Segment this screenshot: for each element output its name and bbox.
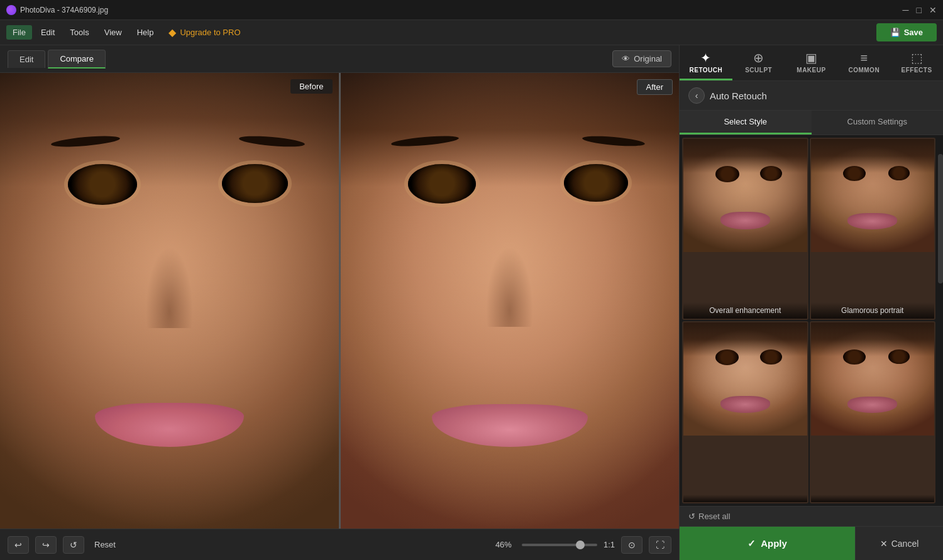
style-item-4[interactable] (810, 321, 936, 503)
style-item-3[interactable] (682, 321, 808, 503)
canvas-area: Edit Compare 👁 Original (0, 45, 679, 560)
reset-label: Reset all (698, 512, 731, 521)
reset-button[interactable]: ↺ (63, 536, 84, 554)
app-title-text: PhotoDiva - 374A6909.jpg (20, 6, 108, 14)
subtabs: Select Style Custom Settings (680, 111, 943, 135)
cancel-icon: ✕ (880, 539, 888, 549)
panel-tabs: ✦ RETOUCH ⊕ SCULPT ▣ MAKEUP ≡ COMMON ⬚ E… (680, 45, 943, 81)
common-icon: ≡ (860, 52, 868, 64)
back-icon: ‹ (695, 91, 698, 101)
upgrade-label: Upgrade to PRO (180, 28, 240, 37)
window-controls[interactable]: ─ □ ✕ (903, 5, 937, 15)
diamond-icon: ◆ (168, 26, 176, 38)
reset-all-button[interactable]: ↺ Reset all (688, 512, 731, 521)
scrollbar-thumb (938, 154, 943, 284)
redo-button[interactable]: ↪ (35, 536, 57, 554)
panel-header: ‹ Auto Retouch (680, 81, 943, 111)
tab-effects[interactable]: ⬚ EFFECTS (890, 45, 943, 80)
app-title: PhotoDiva - 374A6909.jpg (6, 5, 108, 15)
menubar: File Edit Tools View Help ◆ Upgrade to P… (0, 20, 943, 45)
makeup-label: MAKEUP (797, 67, 825, 74)
tab-sculpt[interactable]: ⊕ SCULPT (732, 45, 785, 80)
original-label: Original (634, 54, 662, 63)
panel-title: Auto Retouch (710, 91, 767, 101)
tab-retouch[interactable]: ✦ RETOUCH (680, 45, 732, 80)
bottom-actions: ✓ Apply ✕ Cancel (680, 526, 943, 560)
maximize-button[interactable]: □ (917, 5, 922, 15)
apply-button[interactable]: ✓ Apply (680, 527, 855, 560)
menu-tools[interactable]: Tools (63, 25, 95, 40)
effects-icon: ⬚ (911, 52, 923, 64)
reset-label: Reset (94, 540, 116, 549)
common-label: COMMON (848, 67, 880, 74)
cancel-label: Cancel (891, 539, 919, 549)
back-button[interactable]: ‹ (688, 87, 705, 104)
canvas-toolbar: Edit Compare 👁 Original (0, 45, 679, 73)
edit-tab[interactable]: Edit (8, 50, 45, 68)
zoom-slider-thumb[interactable] (576, 541, 585, 549)
close-button[interactable]: ✕ (929, 5, 937, 15)
before-panel: Before (0, 73, 339, 529)
retouch-icon: ✦ (700, 52, 711, 64)
makeup-icon: ▣ (805, 52, 817, 64)
titlebar: PhotoDiva - 374A6909.jpg ─ □ ✕ (0, 0, 943, 20)
zoom-slider[interactable] (522, 544, 597, 546)
effects-label: EFFECTS (902, 67, 932, 74)
save-icon: 💾 (890, 28, 900, 37)
before-label: Before (290, 79, 332, 94)
compare-tab[interactable]: Compare (48, 50, 105, 69)
undo-button[interactable]: ↩ (8, 536, 29, 554)
after-label: After (637, 79, 673, 95)
tab-common[interactable]: ≡ COMMON (837, 45, 890, 80)
style-label-1: Overall enhancement (683, 302, 807, 319)
sculpt-icon: ⊕ (753, 52, 764, 64)
original-button[interactable]: 👁 Original (612, 50, 671, 67)
before-after-view: Before After (0, 73, 679, 529)
style-label-4 (811, 495, 935, 502)
upgrade-button[interactable]: ◆ Upgrade to PRO (162, 24, 246, 41)
after-panel: After (341, 73, 680, 529)
reset-icon: ↺ (688, 512, 695, 521)
menu-items: File Edit Tools View Help ◆ Upgrade to P… (6, 24, 247, 41)
zoom-ratio: 1:1 (604, 540, 615, 549)
reset-row: ↺ Reset all (680, 506, 943, 526)
style-item-1[interactable]: Overall enhancement (682, 138, 808, 320)
menu-help[interactable]: Help (131, 25, 160, 40)
right-panel: ✦ RETOUCH ⊕ SCULPT ▣ MAKEUP ≡ COMMON ⬚ E… (679, 45, 943, 560)
fullscreen-button[interactable]: ⛶ (649, 536, 671, 554)
tab-makeup[interactable]: ▣ MAKEUP (785, 45, 838, 80)
subtab-custom-settings[interactable]: Custom Settings (812, 111, 944, 135)
zoom-percent: 46% (495, 540, 512, 549)
checkmark-icon: ✓ (747, 538, 756, 549)
eye-icon: 👁 (622, 54, 630, 63)
bottom-toolbar: ↩ ↪ ↺ Reset 46% 1:1 ⊙ ⛶ (0, 529, 679, 560)
apply-label: Apply (761, 538, 787, 549)
menu-edit[interactable]: Edit (35, 25, 61, 40)
save-label: Save (904, 28, 923, 37)
subtab-select-style[interactable]: Select Style (680, 111, 812, 135)
cancel-button[interactable]: ✕ Cancel (855, 527, 943, 560)
style-label-3 (683, 495, 807, 502)
panel-content: ‹ Auto Retouch Select Style Custom Setti… (680, 81, 943, 526)
save-button[interactable]: 💾 Save (876, 23, 937, 41)
menu-file[interactable]: File (6, 25, 32, 40)
sculpt-label: SCULPT (745, 67, 772, 74)
style-grid: Overall enhancement Glamorous portrait (680, 135, 938, 506)
style-item-2[interactable]: Glamorous portrait (810, 138, 936, 320)
retouch-label: RETOUCH (690, 67, 723, 74)
panel-scrollbar[interactable] (938, 135, 943, 506)
style-label-2: Glamorous portrait (811, 302, 935, 319)
menu-view[interactable]: View (98, 25, 128, 40)
app-logo (6, 5, 16, 15)
zoom-fit-button[interactable]: ⊙ (621, 536, 642, 554)
main-layout: Edit Compare 👁 Original (0, 45, 943, 560)
minimize-button[interactable]: ─ (903, 5, 909, 15)
